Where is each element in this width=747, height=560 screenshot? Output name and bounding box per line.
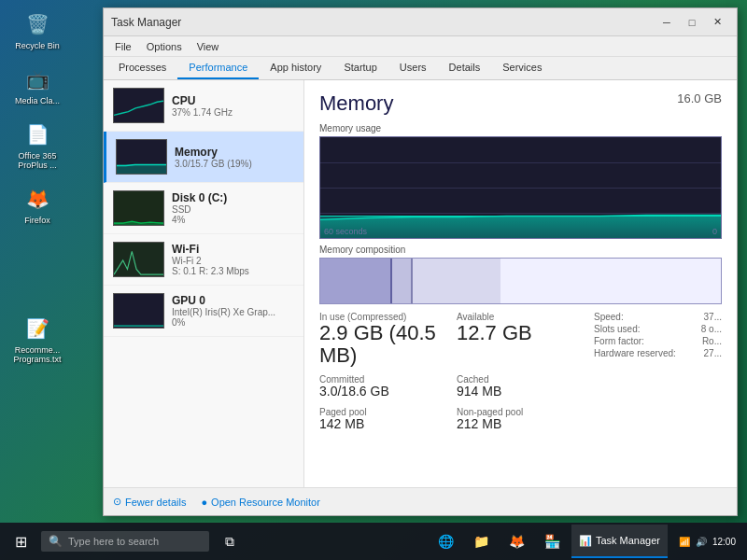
memory-sub: 3.0/15.7 GB (19%): [175, 159, 294, 169]
memory-composition-chart: [319, 258, 722, 304]
committed-value: 3.0/18.6 GB: [319, 385, 447, 399]
chart-time-start: 60 seconds: [324, 227, 367, 236]
tab-performance[interactable]: Performance: [177, 57, 259, 79]
menu-bar: File Options View: [104, 36, 737, 57]
wifi-name: Wi-Fi: [172, 243, 294, 256]
available-stat: Available 12.7 GB: [457, 312, 585, 367]
desktop-icons: 🗑️ Recycle Bin 📺 Media Cla... 📄 Office 3…: [9, 9, 65, 364]
system-tray: 📶 🔊 12:00: [671, 537, 743, 547]
maximize-button[interactable]: □: [680, 12, 704, 33]
comp-free: [500, 259, 721, 303]
volume-icon[interactable]: 🔊: [696, 537, 707, 547]
disk-name: Disk 0 (C:): [172, 191, 294, 204]
close-button[interactable]: ✕: [705, 12, 729, 33]
taskbar-taskmanager-app[interactable]: 📊 Task Manager: [571, 525, 668, 558]
comp-standby: [413, 259, 500, 303]
taskbar-firefox-icon[interactable]: 🦊: [500, 525, 534, 558]
cpu-sub: 37% 1.74 GHz: [172, 107, 294, 118]
taskmanager-label: Task Manager: [596, 535, 660, 546]
window-controls: ─ □ ✕: [655, 12, 729, 33]
tab-bar: Processes Performance App history Startu…: [104, 57, 737, 80]
gpu-item[interactable]: GPU 0 Intel(R) Iris(R) Xe Grap... 0%: [104, 286, 303, 337]
taskbar-store-icon[interactable]: 🏪: [536, 525, 570, 558]
hw-reserved-value: 27...: [704, 348, 722, 358]
wifi-sub2: S: 0.1 R: 2.3 Mbps: [172, 266, 294, 276]
tab-processes[interactable]: Processes: [107, 57, 177, 79]
wifi-item[interactable]: Wi-Fi Wi-Fi 2 S: 0.1 R: 2.3 Mbps: [104, 234, 303, 286]
inuse-stat: In use (Compressed) 2.9 GB (40.5 MB): [319, 312, 447, 367]
main-content: CPU 37% 1.74 GHz Memory 3.0/15.7 GB (19%…: [104, 80, 737, 487]
cached-value: 914 MB: [457, 385, 585, 399]
comp-modified: [392, 259, 412, 303]
office365-icon[interactable]: 📄 Office 365ProPlus ...: [9, 119, 65, 170]
form-label: Form factor:: [594, 336, 644, 346]
taskmanager-icon: 📊: [579, 535, 592, 547]
chart-time-end: 0: [712, 227, 717, 236]
minimize-button[interactable]: ─: [655, 12, 679, 33]
task-manager-window: Task Manager ─ □ ✕ File Options View Pro…: [103, 7, 738, 516]
search-bar[interactable]: 🔍: [41, 531, 209, 552]
start-button[interactable]: ⊞: [4, 525, 37, 558]
gpu-sub1: Intel(R) Iris(R) Xe Grap...: [172, 307, 294, 317]
wifi-sub1: Wi-Fi 2: [172, 256, 294, 266]
firefox-icon[interactable]: 🦊 Firefox: [9, 184, 65, 225]
speed-label: Speed:: [594, 312, 624, 322]
tab-details[interactable]: Details: [438, 57, 492, 79]
window-title: Task Manager: [111, 16, 649, 29]
taskbar-edge-icon[interactable]: 🌐: [430, 525, 463, 558]
slots-label: Slots used:: [594, 324, 640, 334]
resource-monitor-icon: ●: [201, 497, 207, 508]
resource-monitor-label: Open Resource Monitor: [211, 497, 320, 508]
search-input[interactable]: [68, 536, 199, 547]
tab-startup[interactable]: Startup: [332, 57, 388, 79]
memory-name: Memory: [175, 146, 294, 159]
disk-item[interactable]: Disk 0 (C:) SSD 4%: [104, 183, 303, 234]
right-specs: Speed: 37... Slots used: 8 o... Form fac…: [594, 312, 722, 367]
committed-stat: Committed 3.0/18.6 GB: [319, 374, 447, 399]
tab-services[interactable]: Services: [491, 57, 553, 79]
disk-sub1: SSD: [172, 204, 294, 215]
nonpaged-value: 212 MB: [457, 417, 585, 431]
memory-total: 16.0 GB: [677, 91, 722, 105]
memory-chart-svg: [320, 137, 721, 238]
clock: 12:00: [712, 537, 736, 547]
fewer-details-label: Fewer details: [125, 497, 186, 508]
inuse-value: 2.9 GB (40.5 MB): [319, 322, 447, 367]
bottom-bar: ⊙ Fewer details ● Open Resource Monitor: [104, 487, 737, 515]
tab-users[interactable]: Users: [388, 57, 438, 79]
recycle-bin-icon[interactable]: 🗑️ Recycle Bin: [9, 9, 65, 50]
cpu-item[interactable]: CPU 37% 1.74 GHz: [104, 80, 303, 132]
right-header: Memory 16.0 GB: [319, 91, 722, 116]
tab-app-history[interactable]: App history: [259, 57, 332, 79]
comp-inuse: [320, 259, 392, 303]
stats-container: In use (Compressed) 2.9 GB (40.5 MB) Ava…: [319, 312, 722, 431]
taskbar-apps: 🌐 📁 🦊 🏪 📊 Task Manager: [430, 525, 668, 558]
paged-value: 142 MB: [319, 417, 447, 431]
panel-title: Memory: [319, 91, 393, 116]
fewer-details-button[interactable]: ⊙ Fewer details: [113, 496, 186, 508]
menu-view[interactable]: View: [190, 39, 227, 54]
title-bar: Task Manager ─ □ ✕: [104, 8, 737, 36]
cpu-name: CPU: [172, 94, 294, 107]
memory-usage-chart: 60 seconds 0: [319, 136, 722, 239]
form-value: Ro...: [702, 336, 722, 346]
hw-reserved-label: Hardware reserved:: [594, 348, 676, 358]
nonpaged-stat: Non-paged pool 212 MB: [457, 407, 585, 431]
task-view-button[interactable]: ⧉: [213, 525, 247, 558]
recommend-icon[interactable]: 📝 Recomme...Programs.txt: [9, 314, 65, 364]
right-panel: Memory 16.0 GB Memory usage 15.7 GB: [304, 80, 737, 487]
available-value: 12.7 GB: [457, 322, 585, 344]
menu-file[interactable]: File: [107, 39, 139, 54]
media-player-icon[interactable]: 📺 Media Cla...: [9, 64, 65, 105]
memory-mini-chart: [116, 139, 167, 175]
disk-sub2: 4%: [172, 215, 294, 225]
network-icon[interactable]: 📶: [679, 537, 690, 547]
taskbar-folder-icon[interactable]: 📁: [465, 525, 499, 558]
open-resource-monitor-button[interactable]: ● Open Resource Monitor: [201, 497, 319, 508]
taskbar: ⊞ 🔍 ⧉ 🌐 📁 🦊 🏪 📊 Task Manager 📶 🔊 12:00: [0, 523, 747, 560]
gpu-name: GPU 0: [172, 294, 294, 307]
paged-stat: Paged pool 142 MB: [319, 407, 447, 431]
cpu-mini-chart: [113, 88, 164, 123]
memory-item[interactable]: Memory 3.0/15.7 GB (19%): [104, 132, 303, 183]
menu-options[interactable]: Options: [139, 39, 190, 54]
